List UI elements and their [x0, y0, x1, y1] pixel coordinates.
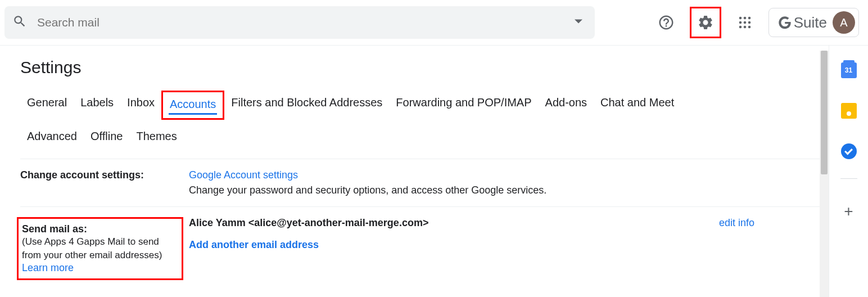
- section-change-account: Change account settings: Google Account …: [20, 159, 822, 207]
- section-label-change-account: Change account settings:: [20, 169, 189, 196]
- svg-point-5: [748, 21, 751, 24]
- search-options-dropdown-icon[interactable]: [570, 13, 587, 32]
- side-panel: 31 +: [829, 46, 868, 297]
- svg-point-8: [748, 26, 751, 29]
- scrollbar-thumb[interactable]: [821, 51, 828, 174]
- keep-icon[interactable]: [841, 103, 857, 119]
- search-icon: [12, 14, 27, 31]
- tab-addons[interactable]: Add-ons: [539, 91, 594, 116]
- svg-point-4: [743, 21, 746, 24]
- svg-point-7: [743, 26, 746, 29]
- google-account-settings-link[interactable]: Google Account settings: [189, 169, 298, 181]
- svg-point-2: [748, 17, 751, 20]
- tab-forwarding[interactable]: Forwarding and POP/IMAP: [389, 91, 538, 116]
- scrollbar-track[interactable]: [820, 51, 829, 297]
- send-mail-as-highlight: Send mail as: (Use Apps 4 Gapps Mail to …: [17, 217, 183, 280]
- edit-info-link[interactable]: edit info: [719, 217, 754, 229]
- send-mail-as-label: Send mail as:: [22, 223, 178, 235]
- tab-offline[interactable]: Offline: [84, 124, 129, 148]
- search-input[interactable]: [37, 16, 570, 29]
- tasks-icon[interactable]: [841, 143, 857, 159]
- tab-advanced[interactable]: Advanced: [20, 124, 84, 148]
- settings-tabs: General Labels Inbox Accounts Filters an…: [20, 91, 822, 159]
- change-account-desc: Change your password and security option…: [189, 184, 822, 196]
- send-mail-as-identity: Alice Yamm <alice@yet-another-mail-merge…: [189, 217, 428, 229]
- header-right: Suite A: [654, 7, 859, 38]
- tab-accounts-highlight: Accounts: [161, 91, 224, 120]
- add-another-email-link[interactable]: Add another email address: [189, 239, 319, 251]
- page-title: Settings: [20, 46, 822, 91]
- add-addon-icon[interactable]: +: [841, 204, 857, 219]
- calendar-icon[interactable]: 31: [841, 62, 857, 78]
- tab-filters[interactable]: Filters and Blocked Addresses: [224, 91, 389, 116]
- learn-more-link[interactable]: Learn more: [22, 262, 74, 273]
- help-icon[interactable]: [654, 10, 679, 35]
- tab-inbox[interactable]: Inbox: [120, 91, 161, 116]
- tab-accounts[interactable]: Accounts: [169, 96, 217, 115]
- tab-general[interactable]: General: [20, 91, 74, 116]
- header-bar: Suite A: [0, 0, 868, 45]
- apps-grid-icon[interactable]: [733, 10, 757, 35]
- svg-point-3: [739, 21, 742, 24]
- section-send-mail-as: Send mail as: (Use Apps 4 Gapps Mail to …: [20, 207, 822, 290]
- svg-point-0: [739, 17, 742, 20]
- tab-themes[interactable]: Themes: [129, 124, 183, 148]
- settings-gear-icon[interactable]: [690, 7, 721, 38]
- gsuite-chip[interactable]: Suite A: [768, 8, 859, 37]
- side-panel-divider: [840, 178, 857, 179]
- svg-point-6: [739, 26, 742, 29]
- search-box[interactable]: [4, 6, 595, 39]
- gsuite-label: Suite: [777, 14, 827, 32]
- send-mail-as-subtext: (Use Apps 4 Gapps Mail to send from your…: [22, 235, 178, 262]
- settings-content: Settings General Labels Inbox Accounts F…: [0, 46, 829, 297]
- svg-point-1: [743, 17, 746, 20]
- tab-chat[interactable]: Chat and Meet: [594, 91, 681, 116]
- tab-labels[interactable]: Labels: [74, 91, 120, 116]
- avatar[interactable]: A: [833, 11, 855, 34]
